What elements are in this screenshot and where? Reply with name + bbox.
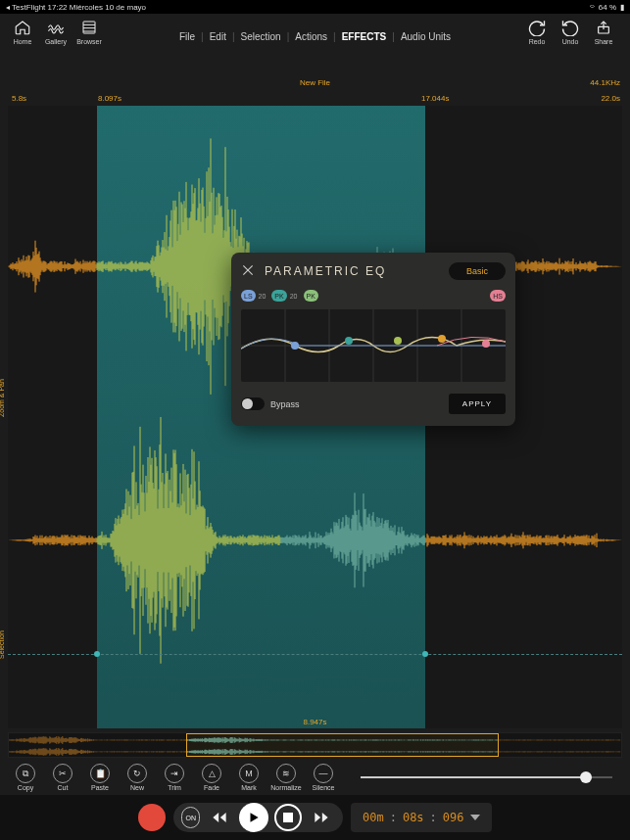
redo-icon [527,18,547,37]
time-ms: 096 [443,811,464,824]
selection-label: Selection [0,631,5,660]
normalize-button[interactable]: ≋Normalize [268,764,304,791]
waveform-editor[interactable]: Zoom & Pan Selection 8.947s PARAMETRIC E… [8,106,622,728]
new-icon: ↻ [127,764,147,783]
fade-button[interactable]: △Fade [194,764,229,791]
gallery-button[interactable]: Gallery [41,18,71,45]
fade-icon: △ [202,764,221,783]
action-row: ⧉Copy ✂Cut 📋Paste ↻New ⇥Trim △Fade MMark… [0,760,630,795]
normalize-icon: ≋ [276,764,296,783]
menu-file[interactable]: File [179,31,195,42]
trim-icon: ⇥ [165,764,184,783]
record-button[interactable] [138,804,166,831]
timeline-ruler[interactable]: 5.8s 8.097s 17.044s 22.0s [0,94,630,106]
battery-icon: ▮ [620,3,624,12]
copy-icon: ⧉ [16,764,35,783]
share-button[interactable]: Share [589,18,618,45]
file-name: New File [0,78,630,87]
zoom-slider[interactable] [361,768,622,787]
time-counter[interactable]: 00m: 08s: 096 [351,803,492,832]
eq-band-pk2[interactable]: PK [304,290,318,302]
zoom-pan-label: Zoom & Pan [0,379,5,417]
cut-button[interactable]: ✂Cut [45,764,80,791]
mark-button[interactable]: MMark [231,764,267,791]
home-button[interactable]: Home [8,18,37,45]
home-icon [13,18,32,37]
time-sel-start: 8.097s [98,94,121,103]
waveform-icon [46,18,66,37]
time-start: 5.8s [12,94,26,103]
overview-strip[interactable] [8,732,622,758]
eq-band-ls[interactable]: LS20 [241,290,266,302]
selection-marker-line [8,654,622,655]
chevron-down-icon[interactable] [470,815,480,820]
parametric-eq-panel: PARAMETRIC EQ Basic LS20 PK20 PK HS [231,253,515,426]
battery-pct: 64 % [599,3,616,12]
redo-label: Redo [529,38,546,45]
time-ss: 08s [403,811,424,824]
menu-edit[interactable]: Edit [210,31,226,42]
svg-point-1271 [482,340,490,348]
time-mm: 00m [363,811,384,824]
sample-rate: 44.1KHz [590,78,620,87]
status-bar: ◂ TestFlight 17:22 Miércoles 10 de mayo … [0,0,630,14]
share-icon [594,18,613,37]
selection-handle-left[interactable] [94,651,100,657]
menu-effects[interactable]: EFFECTS [342,31,387,42]
play-button[interactable] [239,803,268,832]
status-left: ◂ TestFlight 17:22 Miércoles 10 de mayo [6,3,146,12]
selection-duration: 8.947s [8,718,622,726]
svg-rect-2526 [283,813,293,822]
paste-button[interactable]: 📋Paste [82,764,118,791]
eq-graph[interactable] [241,309,506,382]
menu-actions[interactable]: Actions [295,31,327,42]
silence-button[interactable]: —Silence [306,764,341,791]
new-button[interactable]: ↻New [120,764,155,791]
undo-label: Undo [562,38,579,45]
menu-selection[interactable]: Selection [241,31,281,42]
close-button[interactable] [241,263,257,279]
bypass-toggle[interactable] [241,397,265,410]
eq-band-hs[interactable]: HS [490,290,506,302]
share-label: Share [595,38,613,45]
browser-label: Browser [76,38,102,45]
eq-title: PARAMETRIC EQ [265,264,441,278]
redo-button[interactable]: Redo [522,18,552,45]
mark-icon: M [239,764,259,783]
svg-point-1269 [394,337,402,345]
wifi-icon: ⌔ [590,3,595,12]
eq-bands: LS20 PK20 PK HS [241,290,506,302]
menu-audio-units[interactable]: Audio Units [401,31,451,42]
home-label: Home [14,38,32,45]
time-sel-end: 17.044s [421,94,449,103]
browser-icon [79,18,99,37]
stop-button[interactable] [274,804,302,831]
svg-point-1267 [291,342,299,350]
transport-controls: ON [173,803,343,832]
copy-button[interactable]: ⧉Copy [8,764,43,791]
time-end: 22.0s [601,94,620,103]
undo-button[interactable]: Undo [556,18,585,45]
browser-button[interactable]: Browser [74,18,104,45]
transport-bar: ON 00m: 08s: 096 [0,795,630,840]
paste-icon: 📋 [90,764,110,783]
eq-band-pk1[interactable]: PK20 [271,290,297,302]
slider-knob[interactable] [580,771,592,783]
eq-curve [241,309,506,382]
silence-icon: — [314,764,333,783]
undo-icon [560,18,580,37]
bypass-label: Bypass [270,399,300,409]
cut-icon: ✂ [53,764,73,783]
svg-point-1268 [345,337,353,345]
apply-button[interactable]: APPLY [449,394,506,414]
trim-button[interactable]: ⇥Trim [157,764,192,791]
forward-button[interactable] [308,804,335,831]
eq-mode-basic[interactable]: Basic [449,262,506,280]
file-header: New File 44.1KHz [0,78,630,94]
overview-selection[interactable] [186,733,499,757]
svg-point-1270 [438,335,446,343]
loop-button[interactable]: ON [181,807,200,828]
gallery-label: Gallery [45,38,67,45]
rewind-button[interactable] [206,804,233,831]
